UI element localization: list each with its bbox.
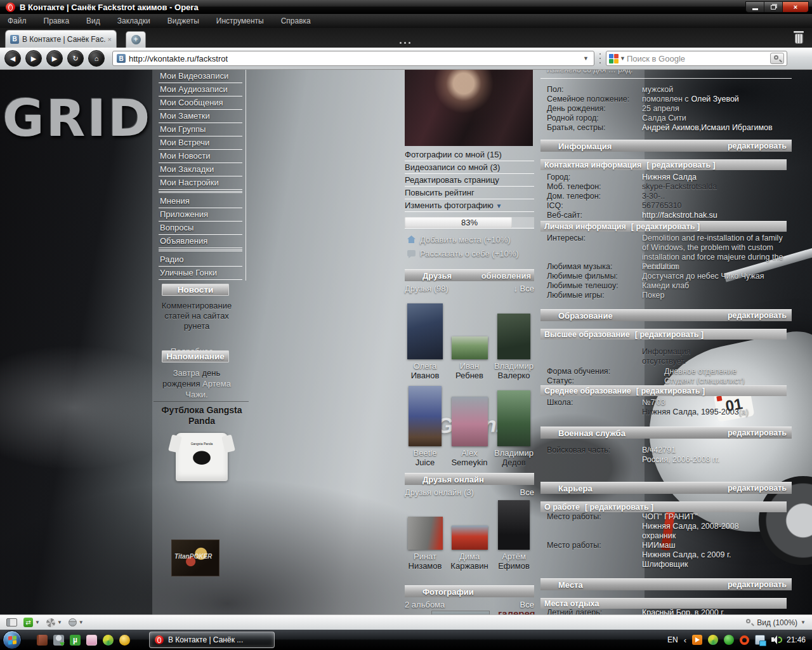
sidebar-item-videos[interactable]: Мои Видеозаписи [159,70,242,83]
info-edit-link[interactable]: редактировать [728,142,787,150]
friend-last-name[interactable]: Валерко [497,371,530,381]
sidebar-item-opinions[interactable]: Мнения [159,195,242,208]
friend-first-name[interactable]: Иван [460,361,480,371]
employer-link[interactable]: НИИмаш [642,541,676,550]
friend-photo[interactable] [498,500,530,550]
friend-photo[interactable] [497,314,530,359]
address-bar[interactable]: B ▼ [112,51,594,66]
utorrent-icon[interactable]: µ [70,635,81,646]
friend-first-name[interactable]: Олега [414,361,436,371]
download-manager-icon[interactable] [53,635,64,646]
friend-first-name[interactable]: Владимир [494,448,534,458]
sidebar-item-settings[interactable]: Мои Настройки [159,176,242,190]
album-caption[interactable]: галерея [498,608,535,614]
green-status-tray-icon[interactable] [724,635,734,645]
friend-photo[interactable] [497,390,530,446]
website-link[interactable]: http://fackstrot.hak.su [642,211,717,220]
menu-widgets[interactable]: Виджеты [167,17,199,25]
boost-about-me-link[interactable]: Рассказать о себе (+10%) [407,248,540,259]
school-link[interactable]: №7'03 [642,398,665,408]
friend-last-name[interactable]: Иванов [411,371,440,381]
friend-last-name[interactable]: Juice [416,458,435,468]
action-photos-of-me[interactable]: Фотографии со мной (15) [405,149,534,161]
sidebar-item-meetings[interactable]: Мои Встречи [159,136,242,150]
friend-photo[interactable] [452,336,488,359]
friend-photo[interactable] [409,386,442,446]
education-edit-link[interactable]: редактировать [728,311,787,320]
friend-photo[interactable] [452,526,488,550]
home-button[interactable]: ⌂ [88,50,105,67]
sidebar-item-news[interactable]: Мои Новости [159,150,242,163]
nero-icon[interactable] [103,635,114,646]
search-go-button[interactable] [770,53,784,64]
fast-forward-button[interactable]: ▶ [46,50,63,67]
menu-file[interactable]: Файл [8,17,27,25]
search-box[interactable]: ▼ [606,51,787,66]
tv-shows-link[interactable]: Камеди клаб [642,281,689,291]
sidebar-item-radio[interactable]: Радио [159,253,242,267]
sidebar-item-audios[interactable]: Мои Аудиозаписи [159,83,242,96]
friend-first-name[interactable]: Артём [502,552,526,561]
friend-first-name[interactable]: Дима [459,552,480,561]
address-input[interactable] [129,54,582,63]
action-edit-page[interactable]: Редактировать страницу [405,174,534,187]
sidebar-item-notes[interactable]: Мои Заметки [159,110,242,123]
minimize-button[interactable] [746,2,764,12]
network-status-button[interactable]: ▼ [69,618,84,627]
action-videos-of-me[interactable]: Видеозаписи со мной (3) [405,161,534,174]
language-indicator[interactable]: EN [667,635,678,644]
restore-button[interactable] [764,2,783,12]
friend-last-name[interactable]: Ефимов [498,561,530,571]
about-work-edit-link[interactable]: [ редактировать ] [585,503,653,512]
ad-poker-image[interactable]: TitanPOKER [171,540,219,576]
games-link[interactable]: Покер [642,291,664,300]
menu-edit[interactable]: Правка [44,17,70,25]
start-button[interactable] [3,630,22,649]
sidebar-item-bookmarks[interactable]: Мои Закладки [159,163,242,176]
friend-last-name[interactable]: Дедов [502,458,525,468]
field-value[interactable]: 25 апреля [642,104,679,114]
friend-last-name[interactable]: Semeykin [451,458,487,468]
places-edit-link[interactable]: редактировать [728,580,787,589]
higher-education-edit-link[interactable]: [ редактировать ] [635,330,704,339]
menu-help[interactable]: Справка [281,17,311,25]
friend-first-name[interactable]: Alex [461,448,477,458]
dictionary-app-icon[interactable] [37,635,48,646]
tab-close-icon[interactable]: × [105,36,112,43]
action-raise-rating[interactable]: Повысить рейтинг [405,187,534,199]
close-button[interactable]: × [783,2,808,12]
sidebar-item-apps[interactable]: Приложения [159,208,242,222]
search-input[interactable] [627,54,770,63]
friend-first-name[interactable]: Ринат [414,552,436,561]
sibling-link[interactable]: Исмаил Ибрагимов [701,123,772,133]
friend-photo[interactable] [407,303,443,359]
movies-link[interactable]: Достучатся до небес Чико Чужая [642,272,764,281]
contact-edit-link[interactable]: [ редактировать ] [646,161,715,169]
personal-edit-link[interactable]: [ редактировать ] [631,222,700,231]
swirl-tray-icon[interactable] [708,635,718,645]
zoom-control[interactable]: Вид (100%) ▼ [746,618,806,627]
friend-last-name[interactable]: Низамов [409,561,442,571]
network-tray-icon[interactable] [755,635,765,645]
menu-bookmarks[interactable]: Закладки [117,17,150,25]
sidebar-item-ads[interactable]: Объявления [159,235,242,248]
boost-add-places-link[interactable]: Добавить места (+10%) [407,234,540,245]
unit-link[interactable]: В/ч42791 [642,446,676,455]
fiancee-link[interactable]: Олей Зуевой [691,95,739,104]
friends-updates-link[interactable]: обновления [481,271,531,281]
tray-expand-icon[interactable]: ‹ [684,635,686,645]
sidebar-item-street-racing[interactable]: Уличные Гонки [159,267,242,280]
ad-tshirt-image[interactable]: Gangsta Panda [176,433,228,481]
employer-link[interactable]: ЧОП" ГРАНИТ" [642,512,698,522]
active-tab[interactable]: B В Контакте | Санёк Fac... × [5,30,117,48]
sibling-link[interactable]: Андрей Акимов [642,123,699,133]
toolbar-splitter[interactable] [598,53,602,63]
new-tab-button[interactable]: + [126,31,146,48]
friend-first-name[interactable]: Владимир [494,361,534,371]
volume-tray-icon[interactable] [771,635,781,645]
sidebar-item-groups[interactable]: Мои Группы [159,123,242,136]
friend-last-name[interactable]: Каржавин [450,561,488,571]
friend-photo[interactable] [408,517,443,550]
sidebar-item-questions[interactable]: Вопросы [159,222,242,235]
sidebar-item-messages[interactable]: Мои Сообщения [159,96,242,110]
